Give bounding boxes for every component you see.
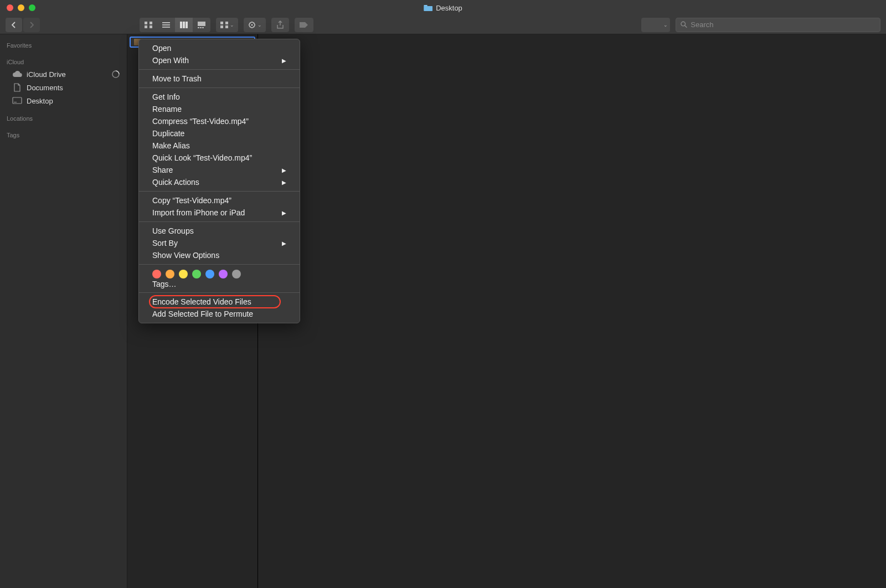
svg-rect-17 (225, 25, 228, 28)
menu-item-label: Open (152, 44, 171, 53)
icon-view-button[interactable] (140, 18, 157, 32)
toolbar-dropdown[interactable]: ⌄ (641, 18, 670, 32)
svg-rect-4 (162, 22, 170, 23)
svg-rect-14 (220, 22, 223, 24)
minimize-window-button[interactable] (18, 4, 24, 11)
svg-rect-15 (225, 22, 228, 24)
menu-item[interactable]: Sort By▶ (139, 237, 300, 249)
sidebar-item-desktop[interactable]: Desktop (0, 94, 127, 107)
back-button[interactable] (6, 18, 22, 32)
folder-icon (424, 4, 432, 12)
tag-color-dot[interactable] (179, 270, 188, 278)
svg-rect-12 (200, 27, 202, 28)
svg-rect-7 (180, 22, 182, 28)
menu-item[interactable]: Duplicate (139, 127, 300, 140)
sidebar-item-documents[interactable]: Documents (0, 81, 127, 94)
sidebar-item-label: iCloud Drive (27, 70, 66, 79)
menu-item[interactable]: Import from iPhone or iPad▶ (139, 207, 300, 219)
menu-separator (139, 87, 300, 88)
svg-rect-8 (183, 22, 185, 28)
menu-item-label: Quick Actions (152, 178, 199, 187)
list-view-button[interactable] (157, 18, 175, 32)
menu-item[interactable]: Use Groups (139, 225, 300, 237)
main: Favorites iCloud iCloud Drive Documents … (0, 34, 886, 588)
menu-item-label: Quick Look “Test-Video.mp4” (152, 153, 252, 162)
menu-item[interactable]: Rename (139, 103, 300, 115)
svg-rect-22 (13, 97, 22, 104)
menu-item[interactable]: Move to Trash (139, 73, 300, 85)
menu-item-tags[interactable]: Tags… (139, 278, 300, 290)
titlebar: Desktop (0, 0, 886, 16)
desktop-icon (12, 96, 22, 106)
sidebar-header-icloud: iCloud (0, 56, 127, 68)
menu-item-label: Compress “Test-Video.mp4” (152, 117, 249, 126)
action-menu-button[interactable]: ⌄ (244, 18, 266, 32)
menu-item-label: Show View Options (152, 251, 219, 260)
menu-item[interactable]: Quick Look “Test-Video.mp4” (139, 152, 300, 164)
view-mode-group (140, 18, 210, 32)
menu-item-label: Duplicate (152, 129, 184, 138)
gallery-view-button[interactable] (193, 18, 210, 32)
menu-item[interactable]: Make Alias (139, 140, 300, 152)
column-view-button[interactable] (175, 18, 193, 32)
menu-item-label: Copy “Test-Video.mp4” (152, 196, 231, 205)
search-box[interactable] (676, 18, 880, 32)
svg-rect-16 (220, 25, 223, 28)
svg-rect-2 (145, 25, 147, 28)
menu-item[interactable]: Open (139, 42, 300, 54)
menu-separator (139, 264, 300, 265)
document-icon (12, 82, 22, 92)
menu-item[interactable]: Open With▶ (139, 54, 300, 66)
svg-rect-9 (186, 22, 188, 28)
submenu-arrow-icon: ▶ (282, 210, 286, 216)
zoom-window-button[interactable] (29, 4, 35, 11)
sidebar-item-label: Documents (27, 84, 63, 92)
close-window-button[interactable] (7, 4, 13, 11)
menu-item[interactable]: Add Selected File to Permute (139, 308, 300, 320)
tag-color-dot[interactable] (205, 270, 214, 278)
svg-rect-10 (198, 22, 205, 26)
menu-item[interactable]: Share▶ (139, 164, 300, 176)
search-input[interactable] (691, 20, 875, 29)
menu-item-label: Sort By (152, 239, 178, 247)
tag-color-dot[interactable] (219, 270, 228, 278)
menu-separator (139, 69, 300, 70)
menu-item-label: Use Groups (152, 226, 194, 235)
menu-separator (139, 221, 300, 222)
menu-separator (139, 191, 300, 192)
tag-color-row (139, 267, 300, 278)
sidebar-item-icloud-drive[interactable]: iCloud Drive (0, 68, 127, 81)
menu-item-label: Make Alias (152, 141, 190, 150)
edit-tags-button[interactable] (295, 18, 313, 32)
menu-item[interactable]: Quick Actions▶ (139, 176, 300, 188)
tag-color-dot[interactable] (166, 270, 174, 278)
share-button[interactable] (271, 18, 289, 32)
menu-item[interactable]: Encode Selected Video Files (139, 296, 300, 308)
tag-color-dot[interactable] (152, 270, 161, 278)
svg-rect-23 (14, 102, 17, 102)
menu-item-label: Share (152, 166, 173, 174)
menu-item-label: Add Selected File to Permute (152, 310, 253, 318)
menu-item-label: Move to Trash (152, 74, 202, 83)
arrange-button[interactable]: ⌄ (216, 18, 238, 32)
tag-color-dot[interactable] (232, 270, 241, 278)
cloud-icon (12, 69, 22, 79)
tag-color-dot[interactable] (192, 270, 201, 278)
sidebar-header-tags: Tags (0, 130, 127, 141)
menu-item[interactable]: Get Info (139, 91, 300, 103)
search-icon (681, 21, 687, 28)
svg-rect-6 (162, 27, 170, 28)
menu-item-label: Rename (152, 105, 182, 114)
menu-item[interactable]: Compress “Test-Video.mp4” (139, 115, 300, 127)
submenu-arrow-icon: ▶ (282, 167, 286, 173)
nav-buttons (6, 18, 40, 32)
menu-item[interactable]: Show View Options (139, 249, 300, 261)
sidebar-item-label: Desktop (27, 97, 53, 105)
traffic-lights (0, 4, 35, 11)
forward-button[interactable] (23, 18, 40, 32)
toolbar: ⌄ ⌄ ⌄ (0, 16, 886, 34)
menu-separator (139, 292, 300, 293)
svg-rect-1 (150, 22, 152, 24)
svg-rect-3 (150, 25, 152, 28)
menu-item[interactable]: Copy “Test-Video.mp4” (139, 194, 300, 207)
